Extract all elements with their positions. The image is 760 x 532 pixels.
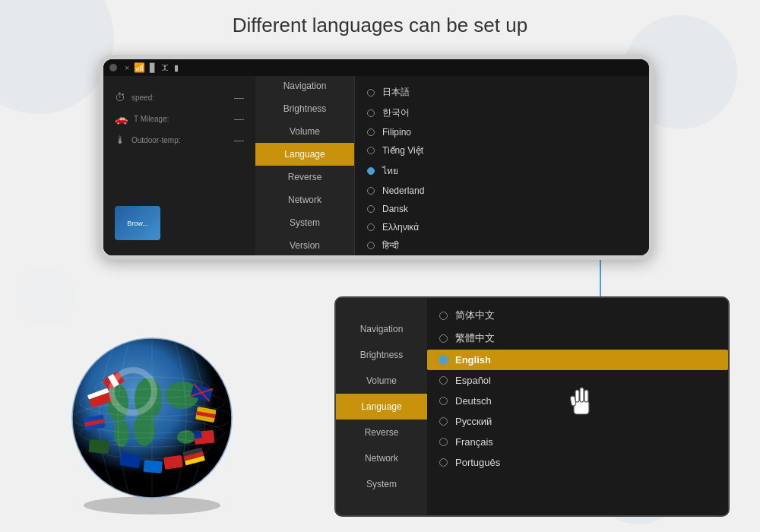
speed-row: ⏱ speed: ---- — [115, 91, 244, 103]
battery-icon: ▮ — [174, 63, 179, 73]
lang-radio — [367, 147, 375, 154]
zoom-lang-traditional-chinese[interactable]: 繁體中文 — [439, 327, 716, 350]
lang-radio — [367, 109, 375, 117]
signal-icon: ▊ — [150, 63, 156, 73]
lang-radio — [367, 242, 375, 249]
svg-point-4 — [84, 496, 220, 515]
zoom-lang-german[interactable]: Deutsch — [439, 391, 716, 411]
settings-menu-top: Navigation Brightness Volume Language Re… — [255, 76, 354, 255]
lang-hindi[interactable]: हिन्दी — [367, 236, 637, 255]
lang-radio-selected — [367, 167, 375, 175]
lang-japanese[interactable]: 日本語 — [367, 82, 637, 103]
device-screen-top: × 📶 ▊ ⯰ ▮ ⏱ speed: ---- 🚗 T Mileage: ---… — [99, 55, 654, 260]
lang-thai[interactable]: ไทย — [367, 160, 637, 182]
lang-greek[interactable]: Ελληνικά — [367, 218, 637, 236]
zoom-lang-french[interactable]: Français — [439, 432, 716, 452]
menu-network[interactable]: Network — [255, 188, 354, 211]
settings-menu-zoom: Navigation Brightness Volume Language Re… — [336, 298, 427, 515]
zoom-lang-radio — [439, 458, 448, 467]
status-bar: × 📶 ▊ ⯰ ▮ — [103, 59, 649, 76]
lang-radio — [367, 205, 375, 213]
lang-radio — [367, 187, 375, 195]
thermometer-icon: 🌡 — [115, 134, 125, 146]
zoom-lang-spanish[interactable]: Español — [439, 370, 716, 391]
svg-rect-37 — [163, 455, 183, 470]
menu-volume[interactable]: Volume — [255, 120, 354, 143]
device-screen-zoom: Navigation Brightness Volume Language Re… — [334, 296, 730, 517]
language-list-top[interactable]: 日本語 한국어 Filipino Tiếng Việt ไทย — [354, 76, 649, 255]
lang-vietnamese[interactable]: Tiếng Việt — [367, 141, 637, 160]
menu-navigation[interactable]: Navigation — [255, 76, 354, 97]
lang-radio — [367, 89, 375, 97]
zoom-menu-navigation[interactable]: Navigation — [336, 316, 427, 342]
zoom-lang-portuguese[interactable]: Português — [439, 452, 716, 473]
lang-filipino[interactable]: Filipino — [367, 123, 637, 141]
browser-thumbnail[interactable]: Brow... — [115, 206, 160, 240]
svg-rect-22 — [89, 439, 109, 454]
language-list-zoom[interactable]: 简体中文 繁體中文 English Español Deutsch Русски… — [427, 298, 728, 515]
menu-system[interactable]: System — [255, 211, 354, 234]
mileage-row: 🚗 T Mileage: ---- — [115, 112, 244, 125]
zoom-menu-brightness[interactable]: Brightness — [336, 342, 427, 368]
zoom-menu-reverse[interactable]: Reverse — [336, 420, 427, 445]
zoom-menu-language[interactable]: Language — [336, 394, 427, 420]
lang-radio — [367, 128, 375, 136]
zoom-lang-radio — [439, 376, 448, 385]
menu-language[interactable]: Language — [255, 143, 354, 166]
menu-reverse[interactable]: Reverse — [255, 166, 354, 188]
zoom-lang-simplified-chinese[interactable]: 简体中文 — [439, 304, 716, 327]
lang-korean[interactable]: 한국어 — [367, 103, 637, 123]
temp-row: 🌡 Outdoor-temp: ---- — [115, 134, 244, 146]
zoom-menu-system[interactable]: System — [336, 471, 427, 497]
car-icon: 🚗 — [115, 112, 128, 125]
bluetooth-icon: ⯰ — [160, 62, 169, 73]
zoom-lang-radio — [439, 397, 448, 405]
lang-dutch[interactable]: Nederland — [367, 182, 637, 200]
zoom-menu-network[interactable]: Network — [336, 445, 427, 471]
wifi-icon: 📶 — [134, 62, 145, 73]
lang-radio — [367, 223, 375, 231]
svg-rect-31 — [194, 431, 202, 439]
lang-danish[interactable]: Dansk — [367, 200, 637, 218]
svg-point-9 — [114, 420, 129, 447]
zoom-lang-radio-selected — [439, 356, 448, 364]
zoom-lang-russian[interactable]: Русский — [439, 411, 716, 432]
close-button[interactable] — [109, 64, 117, 71]
zoom-lang-radio — [439, 334, 448, 343]
zoom-lang-radio — [439, 438, 448, 446]
car-info-panel: ⏱ speed: ---- 🚗 T Mileage: ---- 🌡 Outdoo… — [103, 76, 255, 255]
zoom-menu-volume[interactable]: Volume — [336, 368, 427, 394]
svg-rect-36 — [144, 460, 163, 473]
zoom-lang-radio — [439, 312, 448, 320]
zoom-lang-radio — [439, 417, 448, 426]
menu-brightness[interactable]: Brightness — [255, 97, 354, 120]
speedometer-icon: ⏱ — [115, 91, 125, 103]
globe-svg — [46, 319, 258, 517]
zoom-lang-english[interactable]: English — [427, 350, 728, 370]
menu-version[interactable]: Version — [255, 234, 354, 255]
globe-container — [46, 319, 258, 517]
page-title: Different languages can be set up — [0, 14, 760, 37]
